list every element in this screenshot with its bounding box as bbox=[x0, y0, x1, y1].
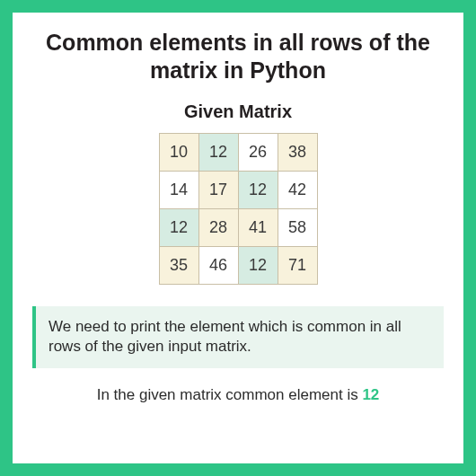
result-line: In the given matrix common element is 12 bbox=[97, 386, 380, 404]
matrix-cell: 46 bbox=[198, 246, 238, 284]
matrix-row: 10122638 bbox=[159, 133, 317, 171]
matrix-subtitle: Given Matrix bbox=[184, 101, 292, 122]
matrix-cell: 12 bbox=[198, 133, 238, 171]
matrix-row: 12284158 bbox=[159, 208, 317, 246]
matrix-grid: 10122638141712421228415835461271 bbox=[159, 133, 318, 285]
matrix-cell: 41 bbox=[238, 208, 278, 246]
page-title: Common elements in all rows of the matri… bbox=[32, 29, 444, 85]
matrix-cell: 28 bbox=[198, 208, 238, 246]
matrix-cell: 14 bbox=[159, 171, 198, 208]
matrix-body: 10122638141712421228415835461271 bbox=[159, 133, 317, 284]
matrix-cell: 12 bbox=[238, 171, 278, 208]
matrix-cell: 42 bbox=[278, 171, 317, 208]
matrix-cell: 26 bbox=[238, 133, 278, 171]
result-prefix: In the given matrix common element is bbox=[97, 386, 363, 403]
explanation-box: We need to print the element which is co… bbox=[32, 306, 444, 369]
matrix-cell: 71 bbox=[278, 246, 317, 284]
matrix-cell: 10 bbox=[159, 133, 198, 171]
matrix-cell: 38 bbox=[278, 133, 317, 171]
matrix-cell: 17 bbox=[198, 171, 238, 208]
common-value: 12 bbox=[362, 386, 379, 403]
matrix-row: 35461271 bbox=[159, 246, 317, 284]
matrix-cell: 35 bbox=[159, 246, 198, 284]
content-panel: Common elements in all rows of the matri… bbox=[13, 13, 463, 463]
matrix-cell: 12 bbox=[238, 246, 278, 284]
matrix-row: 14171242 bbox=[159, 171, 317, 208]
matrix-cell: 12 bbox=[159, 208, 198, 246]
matrix-cell: 58 bbox=[278, 208, 317, 246]
